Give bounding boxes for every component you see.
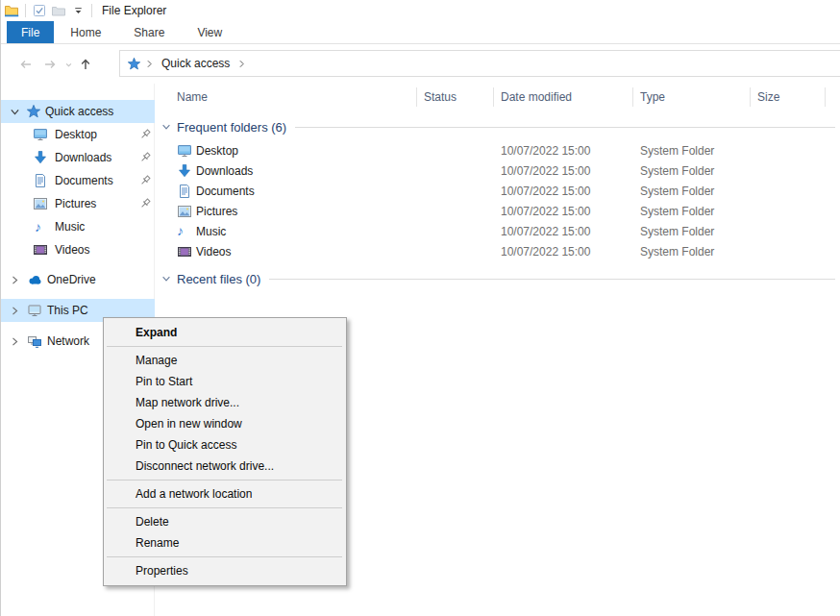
sidebar-item-label[interactable]: Pictures <box>55 197 96 210</box>
sidebar-item-desktop[interactable]: Desktop <box>1 123 155 146</box>
pin-icon <box>138 197 152 210</box>
column-divider[interactable] <box>825 87 826 107</box>
chevron-down-icon[interactable] <box>161 273 172 284</box>
column-divider[interactable] <box>632 87 633 107</box>
videos-icon <box>33 242 48 258</box>
menu-item-map-network-drive[interactable]: Map network drive... <box>104 392 346 413</box>
menu-item-open-in-new-window[interactable]: Open in new window <box>104 413 346 434</box>
up-button[interactable] <box>77 56 94 73</box>
group-header-frequent-folders[interactable]: Frequent folders (6) <box>155 118 839 136</box>
column-header-size[interactable]: Size <box>757 84 779 111</box>
tab-file[interactable]: File <box>7 21 54 43</box>
documents-icon <box>33 173 48 188</box>
sidebar-item-music[interactable]: ♪ Music <box>1 215 155 238</box>
sidebar-item-downloads[interactable]: Downloads <box>1 146 155 169</box>
qat-new-folder-button[interactable] <box>49 2 68 19</box>
videos-icon <box>177 244 192 259</box>
file-date-modified: 10/07/2022 15:00 <box>501 222 590 242</box>
file-row-desktop[interactable]: Desktop 10/07/2022 15:00 System Folder <box>155 141 839 161</box>
file-name[interactable]: Desktop <box>196 141 238 161</box>
menu-item-pin-to-quick-access[interactable]: Pin to Quick access <box>104 434 346 456</box>
sidebar-item-label[interactable]: Music <box>55 220 85 234</box>
sidebar-item-label[interactable]: Documents <box>55 174 113 187</box>
pictures-icon <box>177 204 192 219</box>
desktop-icon <box>33 127 48 142</box>
documents-icon <box>177 184 192 199</box>
menu-item-add-network-location[interactable]: Add a network location <box>104 483 346 505</box>
column-header-date-modified[interactable]: Date modified <box>501 84 572 111</box>
sidebar-item-documents[interactable]: Documents <box>1 169 155 192</box>
quick-access-star-icon <box>26 104 41 119</box>
group-label[interactable]: Frequent folders (6) <box>177 120 286 135</box>
forward-button[interactable] <box>41 56 59 73</box>
file-name[interactable]: Music <box>196 222 226 242</box>
file-row-downloads[interactable]: Downloads 10/07/2022 15:00 System Folder <box>155 161 839 182</box>
qat-customize-dropdown[interactable] <box>68 2 87 19</box>
breadcrumb-chevron-icon[interactable] <box>235 58 248 70</box>
sidebar-item-label[interactable]: Quick access <box>45 105 113 118</box>
sidebar-item-label[interactable]: Downloads <box>55 151 111 164</box>
menu-item-pin-to-start[interactable]: Pin to Start <box>104 371 346 392</box>
breadcrumb-root[interactable]: Quick access <box>161 57 230 70</box>
column-divider[interactable] <box>416 87 417 107</box>
tab-share[interactable]: Share <box>117 21 181 43</box>
sidebar-item-label[interactable]: Network <box>47 334 89 348</box>
sidebar-item-label[interactable]: OneDrive <box>47 273 96 286</box>
chevron-down-icon[interactable] <box>9 106 21 118</box>
file-type: System Folder <box>640 202 714 222</box>
file-row-pictures[interactable]: Pictures 10/07/2022 15:00 System Folder <box>155 202 839 222</box>
menu-separator <box>107 507 342 508</box>
column-divider[interactable] <box>750 87 751 107</box>
breadcrumb-chevron-icon[interactable] <box>143 58 156 70</box>
file-name[interactable]: Documents <box>196 182 255 202</box>
chevron-right-icon[interactable] <box>9 274 21 286</box>
menu-item-disconnect-network-drive[interactable]: Disconnect network drive... <box>104 456 346 477</box>
sidebar-item-quick-access[interactable]: Quick access <box>1 100 155 123</box>
chevron-right-icon[interactable] <box>9 335 21 348</box>
menu-item-rename[interactable]: Rename <box>104 532 346 554</box>
column-divider[interactable] <box>493 87 494 107</box>
file-row-videos[interactable]: Videos 10/07/2022 15:00 System Folder <box>155 242 839 262</box>
chevron-down-icon[interactable] <box>161 121 172 133</box>
column-header-type[interactable]: Type <box>640 84 665 111</box>
sidebar-item-label[interactable]: Videos <box>55 243 89 257</box>
sidebar-item-label[interactable]: Desktop <box>55 128 97 141</box>
sidebar-item-label[interactable]: This PC <box>47 304 88 317</box>
menu-separator <box>107 556 342 557</box>
file-date-modified: 10/07/2022 15:00 <box>501 202 590 222</box>
file-row-music[interactable]: ♪ Music 10/07/2022 15:00 System Folder <box>155 222 839 242</box>
file-type: System Folder <box>640 182 714 202</box>
back-button[interactable] <box>17 56 35 73</box>
address-bar[interactable]: Quick access <box>119 50 840 77</box>
qat-properties-button[interactable] <box>30 2 49 19</box>
network-icon <box>27 333 42 349</box>
column-header-status[interactable]: Status <box>424 84 457 111</box>
sidebar-item-pictures[interactable]: Pictures <box>1 192 155 215</box>
file-date-modified: 10/07/2022 15:00 <box>501 242 590 262</box>
group-header-recent-files[interactable]: Recent files (0) <box>155 270 839 287</box>
group-divider-line <box>295 127 835 128</box>
pin-icon <box>138 151 152 164</box>
file-name[interactable]: Pictures <box>196 202 237 222</box>
menu-item-delete[interactable]: Delete <box>104 511 346 532</box>
onedrive-icon <box>27 272 42 287</box>
recent-locations-dropdown[interactable] <box>60 56 77 73</box>
sidebar-item-videos[interactable]: Videos <box>1 238 155 261</box>
file-date-modified: 10/07/2022 15:00 <box>501 141 590 161</box>
downloads-icon <box>177 163 192 179</box>
file-row-documents[interactable]: Documents 10/07/2022 15:00 System Folder <box>155 182 839 202</box>
menu-item-expand[interactable]: Expand <box>104 322 346 343</box>
chevron-right-icon[interactable] <box>9 305 21 317</box>
tab-view[interactable]: View <box>181 21 238 43</box>
file-name[interactable]: Downloads <box>196 161 253 182</box>
tab-home[interactable]: Home <box>54 21 117 43</box>
column-header-name[interactable]: Name <box>177 84 208 111</box>
menu-item-properties[interactable]: Properties <box>104 560 346 581</box>
file-name[interactable]: Videos <box>196 242 231 262</box>
sidebar-item-onedrive[interactable]: OneDrive <box>1 268 155 291</box>
file-type: System Folder <box>640 161 714 182</box>
file-type: System Folder <box>640 242 714 262</box>
window-title: File Explorer <box>102 4 166 17</box>
group-label[interactable]: Recent files (0) <box>177 272 260 286</box>
menu-item-manage[interactable]: Manage <box>104 350 346 371</box>
